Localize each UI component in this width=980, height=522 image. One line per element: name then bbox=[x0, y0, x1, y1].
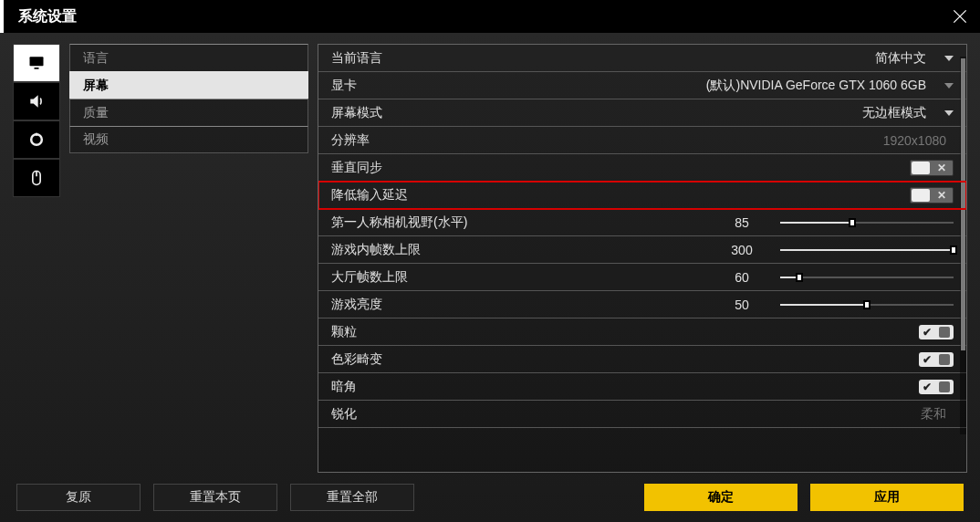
sub-item-label: 屏幕 bbox=[83, 78, 109, 94]
setting-row-10: 颗粒✔ bbox=[318, 318, 966, 346]
chevron-down-icon[interactable] bbox=[944, 56, 954, 61]
row-label: 游戏内帧数上限 bbox=[331, 242, 495, 258]
setting-row-0: 当前语言简体中文 bbox=[318, 45, 966, 72]
setting-row-7: 游戏内帧数上限300 bbox=[318, 236, 966, 264]
sub-menu: 语言屏幕质量视频 bbox=[69, 44, 308, 473]
settings-panel: 当前语言简体中文显卡(默认)NVIDIA GeForce GTX 1060 6G… bbox=[318, 44, 967, 473]
setting-row-1: 显卡(默认)NVIDIA GeForce GTX 1060 6GB bbox=[318, 72, 966, 99]
setting-row-5: 降低输入延迟✕ bbox=[318, 182, 966, 209]
tri-check[interactable]: ✔ bbox=[919, 352, 954, 367]
sub-item-3[interactable]: 视频 bbox=[69, 126, 308, 153]
slider[interactable] bbox=[780, 271, 954, 284]
slider-wrap: 50 bbox=[714, 298, 954, 312]
row-label: 大厅帧数上限 bbox=[331, 269, 495, 286]
confirm-button[interactable]: 确定 bbox=[644, 484, 798, 511]
volume-icon bbox=[27, 92, 46, 110]
slider-value: 50 bbox=[714, 298, 769, 312]
toggle-knob bbox=[912, 162, 930, 174]
slider-thumb[interactable] bbox=[849, 218, 856, 227]
svg-point-2 bbox=[31, 134, 42, 145]
header-bar: 系统设置 bbox=[0, 0, 980, 33]
row-value[interactable]: 无边框模式 bbox=[862, 105, 933, 121]
row-label: 色彩畸变 bbox=[331, 351, 495, 368]
toggle-knob bbox=[912, 189, 930, 202]
check-icon: ✔ bbox=[923, 326, 932, 339]
sub-item-0[interactable]: 语言 bbox=[69, 44, 308, 71]
setting-row-9: 游戏亮度50 bbox=[318, 291, 966, 318]
side-icon-mouse[interactable] bbox=[13, 159, 60, 197]
restore-button[interactable]: 复原 bbox=[16, 484, 141, 511]
sub-item-2[interactable]: 质量 bbox=[69, 99, 308, 126]
slider[interactable] bbox=[780, 244, 954, 256]
close-icon bbox=[951, 7, 969, 26]
side-icon-monitor[interactable] bbox=[13, 44, 60, 82]
slider-value: 300 bbox=[714, 243, 769, 257]
row-label: 锐化 bbox=[331, 406, 495, 423]
svg-rect-0 bbox=[30, 57, 44, 66]
row-label: 降低输入延迟 bbox=[331, 187, 495, 204]
tri-box bbox=[939, 381, 950, 392]
circle-icon bbox=[27, 130, 46, 149]
row-value[interactable]: (默认)NVIDIA GeForce GTX 1060 6GB bbox=[706, 78, 933, 94]
tri-box bbox=[939, 354, 950, 365]
setting-row-3: 分辨率1920x1080 bbox=[318, 127, 966, 154]
row-value: 柔和 bbox=[921, 406, 954, 423]
row-label: 游戏亮度 bbox=[331, 297, 495, 313]
sub-item-label: 视频 bbox=[83, 131, 109, 148]
svg-rect-1 bbox=[35, 68, 39, 69]
check-icon: ✔ bbox=[923, 353, 932, 366]
row-label: 第一人称相机视野(水平) bbox=[331, 214, 495, 231]
mouse-icon bbox=[27, 169, 46, 187]
slider[interactable] bbox=[780, 298, 954, 311]
setting-row-6: 第一人称相机视野(水平)85 bbox=[318, 209, 966, 236]
toggle-off-icon: ✕ bbox=[937, 188, 946, 203]
monitor-icon bbox=[27, 54, 46, 72]
row-label: 颗粒 bbox=[331, 324, 495, 340]
footer: 复原 重置本页 重置全部 确定 应用 bbox=[0, 473, 980, 522]
setting-row-8: 大厅帧数上限60 bbox=[318, 264, 966, 291]
tri-check[interactable]: ✔ bbox=[919, 380, 954, 394]
apply-button[interactable]: 应用 bbox=[810, 484, 964, 511]
header-title: 系统设置 bbox=[18, 7, 77, 26]
slider-wrap: 60 bbox=[714, 270, 954, 285]
reset-all-button[interactable]: 重置全部 bbox=[290, 484, 414, 511]
row-label: 垂直同步 bbox=[331, 160, 495, 176]
sub-item-label: 质量 bbox=[83, 105, 109, 121]
slider-wrap: 85 bbox=[714, 215, 954, 230]
side-icon-volume[interactable] bbox=[13, 82, 60, 120]
slider-value: 85 bbox=[714, 215, 769, 230]
toggle-switch[interactable]: ✕ bbox=[910, 187, 954, 204]
scrollbar[interactable] bbox=[960, 57, 966, 434]
slider-value: 60 bbox=[714, 270, 769, 285]
slider-thumb[interactable] bbox=[796, 273, 803, 282]
sub-item-label: 语言 bbox=[83, 50, 109, 67]
check-icon: ✔ bbox=[923, 381, 932, 393]
tri-check[interactable]: ✔ bbox=[919, 325, 954, 339]
slider-thumb[interactable] bbox=[950, 245, 957, 255]
setting-row-12: 暗角✔ bbox=[318, 373, 966, 401]
row-label: 分辨率 bbox=[331, 132, 495, 149]
close-button[interactable] bbox=[949, 5, 971, 27]
side-icon-circle[interactable] bbox=[13, 120, 60, 159]
row-label: 屏幕模式 bbox=[331, 105, 495, 121]
row-label: 显卡 bbox=[331, 78, 495, 94]
setting-row-13: 锐化柔和 bbox=[318, 401, 966, 428]
row-label: 当前语言 bbox=[331, 50, 495, 67]
row-value: 1920x1080 bbox=[883, 133, 954, 148]
slider[interactable] bbox=[780, 216, 954, 229]
sub-item-1[interactable]: 屏幕 bbox=[69, 71, 308, 99]
toggle-off-icon: ✕ bbox=[937, 161, 946, 175]
slider-thumb[interactable] bbox=[863, 300, 871, 309]
side-icon-column bbox=[13, 44, 60, 473]
setting-row-4: 垂直同步✕ bbox=[318, 154, 966, 182]
row-label: 暗角 bbox=[331, 379, 495, 395]
setting-row-11: 色彩畸变✔ bbox=[318, 346, 966, 373]
chevron-down-icon[interactable] bbox=[944, 83, 954, 89]
slider-wrap: 300 bbox=[714, 243, 954, 257]
tri-box bbox=[939, 327, 950, 338]
row-value[interactable]: 简体中文 bbox=[875, 50, 933, 67]
setting-row-2: 屏幕模式无边框模式 bbox=[318, 99, 966, 127]
chevron-down-icon[interactable] bbox=[944, 110, 954, 116]
reset-page-button[interactable]: 重置本页 bbox=[153, 484, 277, 511]
toggle-switch[interactable]: ✕ bbox=[910, 160, 954, 176]
